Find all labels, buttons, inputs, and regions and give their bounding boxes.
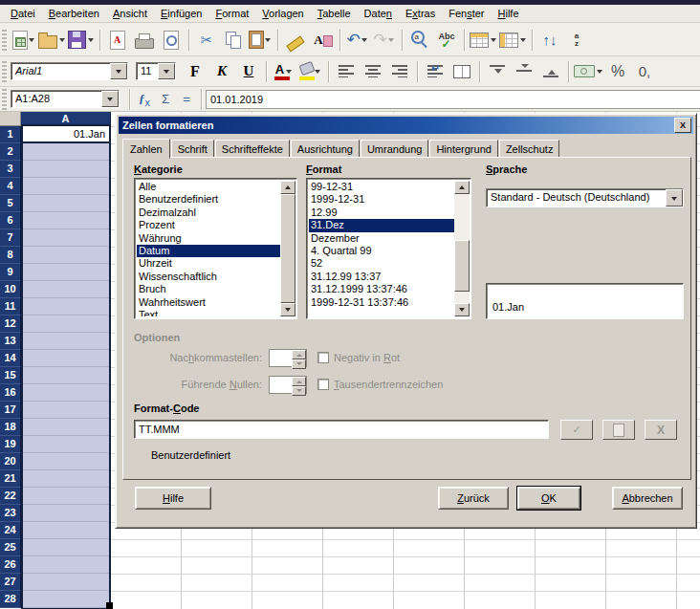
undo-button[interactable]: ↶: [344, 28, 371, 53]
scroll-up-button[interactable]: [280, 181, 295, 194]
cell-a5[interactable]: [23, 195, 109, 212]
sheet-corner[interactable]: [0, 112, 21, 126]
ok-button[interactable]: OK: [517, 487, 580, 510]
row-header-7[interactable]: 7: [0, 229, 21, 247]
list-item[interactable]: 12.99: [309, 207, 454, 219]
cell-a25[interactable]: [23, 539, 109, 556]
dropdown-arrow-icon[interactable]: [595, 59, 603, 84]
language-combo[interactable]: Standard - Deutsch (Deutschland): [486, 188, 684, 207]
toolbar-grip[interactable]: [2, 30, 7, 51]
cell-a28[interactable]: [23, 591, 109, 608]
formula-input[interactable]: 01.01.2019: [206, 90, 700, 109]
list-item[interactable]: Bruch: [137, 283, 280, 295]
format-list[interactable]: 99-12-311999-12-3112.9931.DezDezember4. …: [306, 178, 471, 319]
list-item[interactable]: 52: [309, 257, 454, 270]
list-item[interactable]: 31.12.1999 13:37:46: [309, 283, 454, 295]
tab-schrifteffekte[interactable]: Schrifteffekte: [215, 140, 290, 158]
list-item[interactable]: Prozent: [137, 219, 280, 231]
toolbar-grip[interactable]: [2, 89, 7, 110]
list-item[interactable]: 1999-12-31: [309, 193, 454, 206]
insert-rows-button[interactable]: [469, 28, 498, 53]
sort-button[interactable]: ↑↓: [536, 28, 563, 53]
format-code-input[interactable]: TT.MMM: [134, 420, 549, 439]
tab-ausrichtung[interactable]: Ausrichtung: [291, 140, 360, 158]
close-button[interactable]: X: [674, 118, 691, 133]
dropdown-arrow-icon[interactable]: [518, 28, 527, 53]
align-center-button[interactable]: [360, 59, 386, 84]
row-header-2[interactable]: 2: [0, 143, 21, 161]
row-header-3[interactable]: 3: [0, 161, 21, 178]
paste-button[interactable]: [247, 28, 273, 53]
center-vertically-button[interactable]: [511, 59, 537, 84]
list-item[interactable]: Wahrheitswert: [137, 296, 280, 309]
tab-zellschutz[interactable]: Zellschutz: [499, 140, 560, 158]
scroll-down-button[interactable]: [454, 303, 470, 316]
list-item[interactable]: Wissenschaftlich: [137, 271, 280, 283]
new-document-button[interactable]: [11, 28, 37, 53]
list-item[interactable]: Alle: [137, 181, 280, 193]
row-header-23[interactable]: 23: [0, 505, 21, 522]
list-item[interactable]: 31.12.99 13:37: [309, 271, 454, 283]
cell-a2[interactable]: [23, 143, 109, 161]
dropdown-arrow-icon[interactable]: [86, 28, 95, 53]
row-header-17[interactable]: 17: [0, 402, 21, 419]
row-header-16[interactable]: 16: [0, 384, 21, 402]
dropdown-arrow-icon[interactable]: [387, 28, 396, 53]
list-item[interactable]: 1999-12-31 13:37:46: [309, 296, 454, 309]
scroll-up-button[interactable]: [454, 181, 470, 194]
bold-button[interactable]: F: [182, 59, 208, 84]
copy-button[interactable]: [220, 28, 247, 53]
row-header-12[interactable]: 12: [0, 315, 21, 333]
cell-a3[interactable]: [23, 161, 109, 178]
menu-bearbeiten[interactable]: Bearbeiten: [42, 7, 106, 20]
cell-a4[interactable]: [23, 178, 109, 195]
cell-a20[interactable]: [23, 453, 109, 470]
list-item[interactable]: 4. Quartal 99: [309, 245, 454, 257]
row-header-21[interactable]: 21: [0, 470, 21, 488]
menu-daten[interactable]: Daten: [358, 7, 399, 20]
function-wizard-icon[interactable]: ƒx: [134, 91, 155, 108]
menu-extras[interactable]: Extras: [399, 7, 442, 20]
percent-format-button[interactable]: %: [604, 59, 631, 84]
cell-a6[interactable]: [23, 212, 109, 229]
menu-fenster[interactable]: Fenster: [442, 7, 491, 20]
dialog-title-bar[interactable]: Zellen formatieren X: [119, 117, 693, 134]
list-item[interactable]: Uhrzeit: [137, 257, 280, 270]
italic-button[interactable]: K: [208, 59, 235, 84]
sort-ascending-button[interactable]: az: [563, 28, 590, 53]
row-header-27[interactable]: 27: [0, 574, 21, 591]
menu-datei[interactable]: Datei: [4, 7, 42, 20]
list-item[interactable]: 31.Dez: [309, 219, 454, 231]
row-header-1[interactable]: 1: [0, 126, 21, 143]
cell-a15[interactable]: [23, 367, 109, 384]
cut-button[interactable]: ✂: [193, 28, 220, 53]
tab-zahlen[interactable]: Zahlen: [122, 139, 170, 159]
tab-umrandung[interactable]: Umrandung: [361, 140, 428, 158]
align-left-button[interactable]: [333, 59, 360, 84]
row-header-5[interactable]: 5: [0, 195, 21, 212]
align-top-button[interactable]: [484, 59, 511, 84]
align-right-button[interactable]: [386, 59, 413, 84]
row-header-20[interactable]: 20: [0, 453, 21, 470]
category-list[interactable]: AlleBenutzerdefiniertDezimalzahlProzentW…: [134, 178, 297, 319]
font-color-button[interactable]: A: [271, 59, 297, 84]
highlight-color-button[interactable]: [297, 59, 324, 84]
currency-format-button[interactable]: [573, 59, 604, 84]
font-size-combo[interactable]: 11: [136, 62, 176, 80]
tab-schrift[interactable]: Schrift: [171, 140, 214, 158]
align-bottom-button[interactable]: [537, 59, 564, 84]
spelling-button[interactable]: Abc✓: [433, 28, 460, 53]
row-header-14[interactable]: 14: [0, 350, 21, 367]
merge-cells-button[interactable]: [448, 59, 475, 84]
decimal-format-button[interactable]: 0,: [631, 59, 658, 84]
dropdown-arrow-icon[interactable]: [284, 59, 293, 84]
clone-formatting-button[interactable]: [282, 28, 309, 53]
cell-a23[interactable]: [23, 505, 109, 522]
list-item[interactable]: Text: [137, 309, 280, 316]
back-button[interactable]: Zurück: [438, 487, 509, 510]
insert-columns-button[interactable]: [498, 28, 528, 53]
sum-icon[interactable]: Σ: [155, 92, 176, 106]
cell-a24[interactable]: [23, 522, 109, 539]
row-header-19[interactable]: 19: [0, 436, 21, 453]
row-header-26[interactable]: 26: [0, 556, 21, 574]
